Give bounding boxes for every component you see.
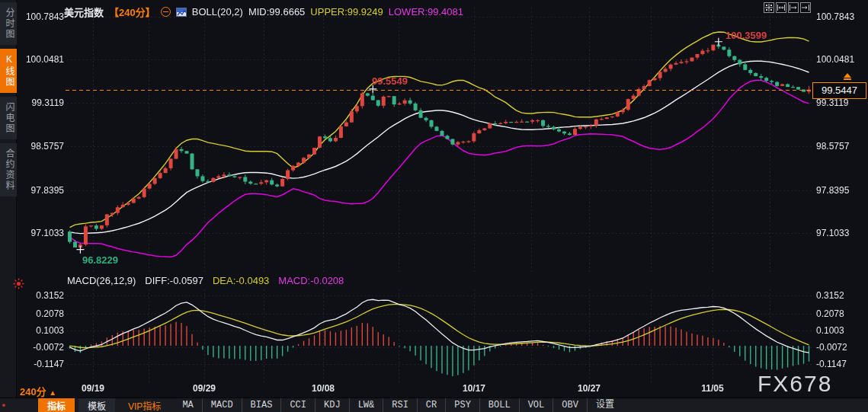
- toolbar-indicator-ma[interactable]: MA: [174, 398, 201, 412]
- boll-mid-value: MID:99.6665: [248, 6, 305, 18]
- toolbar-tab-3[interactable]: VIP指标: [119, 398, 170, 412]
- macd-params-label: MACD(26,12,9): [67, 275, 136, 286]
- alarm-icon[interactable]: [13, 278, 24, 292]
- trading-terminal: 分时图K线图闪电图合约资料 美元指数 【240分】 BOLL(20,2) MID…: [0, 0, 868, 412]
- marked-high-label-2: 100.3599: [725, 30, 767, 41]
- caret-up-icon: ▲: [49, 388, 56, 397]
- x-axis-date-label: 10/17: [463, 383, 485, 394]
- x-axis-date-label: 11/05: [701, 383, 723, 394]
- sidebar-tab-1[interactable]: 分时图: [0, 2, 17, 45]
- macd-axis-label-left: 0.3152: [21, 290, 64, 301]
- macd-axis-label-right: -0.0072: [816, 342, 847, 353]
- boll-lower-value: LOWER:99.4081: [389, 6, 463, 18]
- y-axis-label-right: 99.3119: [816, 97, 849, 108]
- boll-upper-value: UPPER:99.9249: [310, 6, 383, 18]
- y-axis-label-left: 98.5757: [21, 141, 64, 152]
- sidebar-tab-4[interactable]: 合约资料: [0, 143, 17, 196]
- crosshair-icon-button[interactable]: [764, 2, 774, 13]
- toolbar-tab-1[interactable]: 指标: [38, 398, 75, 412]
- chart-tool-buttons: [764, 2, 811, 13]
- toolbar-indicator-obv[interactable]: OBV: [553, 398, 587, 412]
- y-axis-label-right: 97.1033: [816, 228, 849, 238]
- boll-label: BOLL(20,2): [192, 6, 243, 18]
- y-axis-label-left: 97.1033: [21, 228, 64, 238]
- toolbar-indicator-kdj[interactable]: KDJ: [315, 398, 349, 412]
- toolbar-indicator-vol[interactable]: VOL: [519, 398, 553, 412]
- pan-right-icon-button[interactable]: [800, 2, 811, 13]
- x-axis-date-label: 10/27: [578, 383, 601, 394]
- macd-axis-label-right: -0.1147: [816, 359, 847, 369]
- expand-x-icon-button[interactable]: [788, 2, 799, 13]
- price-marker-icon: [843, 73, 852, 81]
- y-axis-label-right: 98.5757: [816, 141, 849, 152]
- sidebar-tab-2[interactable]: K线图: [0, 49, 17, 93]
- toolbar-indicator-cr[interactable]: CR: [417, 398, 445, 412]
- macd-axis-label-right: 0.1003: [816, 325, 844, 336]
- corner-alert-icon: ●: [2, 401, 9, 409]
- macd-axis-label-right: 0.2078: [816, 308, 844, 319]
- sidebar-tab-3[interactable]: 闪电图: [0, 97, 17, 139]
- toolbar-indicator-psy[interactable]: PSY: [445, 398, 479, 412]
- macd-diff-value: DIFF:-0.0597: [145, 275, 203, 286]
- marked-low-label: 96.8229: [82, 254, 118, 266]
- macd-axis-label-left: 0.2078: [21, 308, 64, 319]
- period-selector-label: 240分: [20, 386, 46, 398]
- macd-axis-label-left: 0.1003: [21, 325, 64, 336]
- toolbar-indicator-rsi[interactable]: RSI: [383, 398, 417, 412]
- x-axis-date-label: 10/08: [312, 383, 335, 394]
- y-axis-label-left: 99.3119: [21, 97, 64, 108]
- period-selector[interactable]: 240分 ▲: [20, 384, 56, 398]
- toolbar-tab-2[interactable]: 模板: [78, 398, 115, 412]
- x-axis-date-label: 09/29: [193, 383, 216, 394]
- macd-axis-label-right: 0.3152: [816, 290, 844, 301]
- toolbar-indicator-bias[interactable]: BIAS: [242, 398, 281, 412]
- compress-x-icon-button[interactable]: [776, 2, 786, 13]
- y-axis-label-left: 97.8395: [21, 185, 64, 196]
- y-axis-label-left: 100.7843: [21, 11, 64, 22]
- toolbar-indicator-cci[interactable]: CCI: [280, 398, 315, 412]
- y-axis-label-right: 100.7843: [816, 11, 854, 22]
- last-price-box: 99.5447: [812, 82, 866, 99]
- indicator-toolbar: ● 指标模板VIP指标 MAMACDBIASCCIKDJLW&RSICRPSYB…: [0, 398, 868, 412]
- y-axis-label-right: 100.0481: [816, 54, 854, 65]
- toolbar-indicator-lw&[interactable]: LW&: [349, 398, 383, 412]
- macd-axis-label-left: -0.0072: [21, 342, 64, 353]
- marked-high-label: 99.5549: [372, 75, 408, 87]
- toolbar-indicator-设置[interactable]: 设置: [587, 398, 623, 412]
- collapse-icon[interactable]: [161, 7, 171, 17]
- y-axis-label-right: 97.8395: [816, 185, 849, 196]
- macd-macd-value: MACD:-0.0208: [278, 275, 344, 286]
- chart-type-icon[interactable]: [176, 8, 187, 17]
- macd-dea-value: DEA:-0.0493: [213, 275, 269, 286]
- chart-canvas[interactable]: [0, 0, 868, 398]
- macd-header: MACD(26,12,9) DIFF:-0.0597 DEA:-0.0493 M…: [67, 275, 344, 286]
- chart-header: 美元指数 【240分】 BOLL(20,2) MID:99.6665 UPPER…: [64, 5, 463, 19]
- period-tag[interactable]: 【240分】: [109, 5, 155, 19]
- toolbar-indicator-macd[interactable]: MACD: [202, 398, 242, 412]
- toolbar-indicator-boll[interactable]: BOLL: [479, 398, 519, 412]
- y-axis-label-left: 100.0481: [21, 54, 64, 65]
- macd-axis-label-left: -0.1147: [21, 359, 64, 369]
- sidebar: 分时图K线图闪电图合约资料: [0, 0, 17, 398]
- x-axis-date-label: 09/19: [82, 383, 104, 394]
- watermark: FX678: [757, 371, 832, 397]
- symbol-name: 美元指数: [64, 5, 104, 19]
